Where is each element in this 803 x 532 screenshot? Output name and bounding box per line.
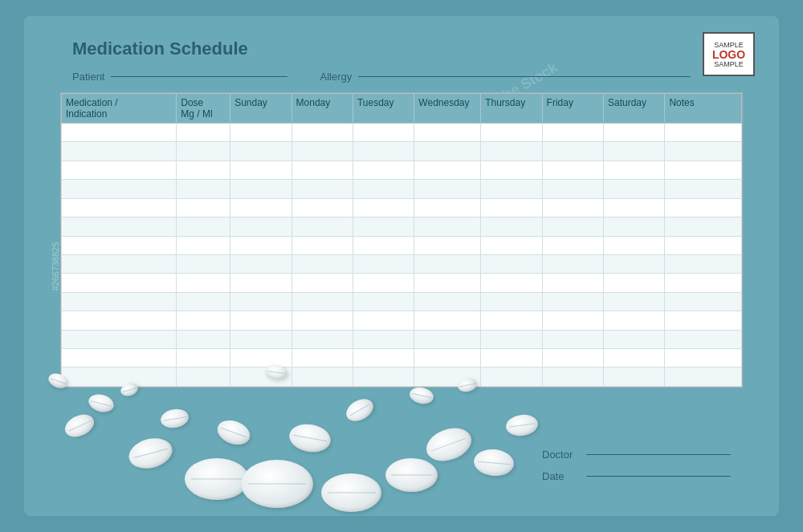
col-header-tuesday: Tuesday <box>353 94 414 124</box>
table-row <box>62 198 742 217</box>
col-header-notes: Notes <box>665 94 742 124</box>
pill <box>87 392 116 415</box>
table-row <box>62 236 742 254</box>
table-row <box>62 274 742 292</box>
date-line <box>586 476 731 477</box>
table-row <box>62 292 742 311</box>
main-card: Adobe Stock Adobe Stock Adobe Stock Adob… <box>24 16 779 516</box>
doctor-line <box>586 454 731 455</box>
col-header-saturday: Saturday <box>603 94 664 124</box>
page-title: Medication Schedule <box>72 39 248 59</box>
pill <box>159 407 190 430</box>
date-row: Date <box>542 470 731 482</box>
stock-id: #266738825 <box>51 242 60 290</box>
doctor-label: Doctor <box>542 449 586 461</box>
col-header-sunday: Sunday <box>230 94 291 124</box>
doctor-date-section: Doctor Date <box>542 449 731 492</box>
allergy-label: Allergy <box>320 71 352 83</box>
patient-allergy-row: Patient Allergy <box>72 71 691 83</box>
table-row <box>62 254 742 273</box>
col-header-friday: Friday <box>542 94 603 124</box>
table-row <box>62 160 742 179</box>
col-header-dose: DoseMg / Ml <box>177 94 230 124</box>
pill <box>61 410 97 441</box>
pill <box>408 385 435 406</box>
pill <box>422 422 475 467</box>
doctor-row: Doctor <box>542 449 731 461</box>
pill <box>385 458 438 492</box>
table-row <box>62 311 742 330</box>
table-header-row: Medication /Indication DoseMg / Ml Sunda… <box>62 94 742 124</box>
pill <box>214 416 253 449</box>
col-header-medication: Medication /Indication <box>62 94 177 124</box>
table-row <box>62 217 742 236</box>
pill <box>125 433 175 473</box>
table-row <box>62 124 742 142</box>
pill <box>241 460 313 508</box>
allergy-line <box>358 76 691 77</box>
pill <box>342 395 377 426</box>
pill <box>504 412 539 437</box>
patient-label: Patient <box>72 71 104 83</box>
col-header-wednesday: Wednesday <box>414 94 481 124</box>
schedule-table-wrapper: Medication /Indication DoseMg / Ml Sunda… <box>60 92 743 388</box>
table-row <box>62 349 742 368</box>
pill <box>321 473 381 512</box>
col-header-monday: Monday <box>291 94 353 124</box>
pill <box>473 448 516 477</box>
logo-box: SAMPLE LOGO SAMPLE <box>703 32 755 76</box>
logo-sample-top: SAMPLE <box>714 41 744 49</box>
patient-line <box>111 76 287 77</box>
logo-text: LOGO <box>712 49 745 60</box>
logo-sample-bottom: SAMPLE <box>714 60 744 68</box>
col-header-thursday: Thursday <box>481 94 542 124</box>
table-row <box>62 330 742 348</box>
table-row <box>62 368 742 387</box>
table-row <box>62 142 742 160</box>
pill <box>185 458 249 500</box>
pill <box>287 421 332 456</box>
schedule-table: Medication /Indication DoseMg / Ml Sunda… <box>61 93 742 387</box>
date-label: Date <box>542 470 586 482</box>
table-row <box>62 180 742 198</box>
